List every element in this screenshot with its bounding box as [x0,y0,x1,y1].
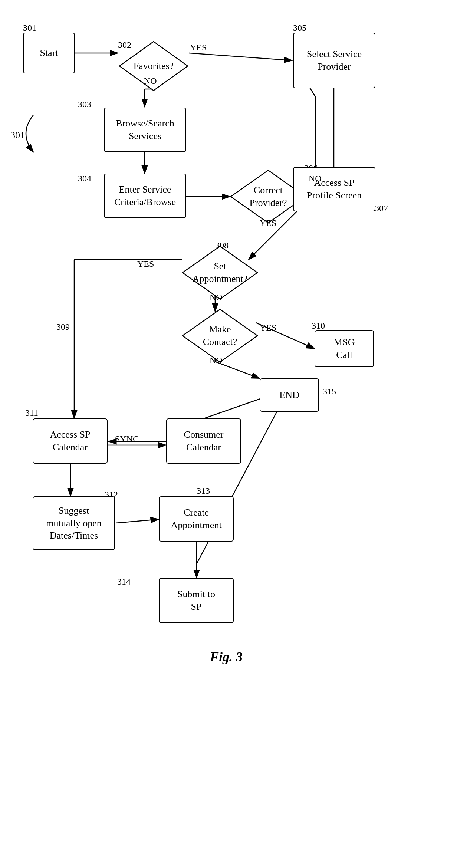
select-provider-box: Select ServiceProvider [293,33,375,88]
make-contact-no-label: NO [210,355,223,365]
figure-label: Fig. 3 [171,649,282,665]
access-sp-calendar-label: Access SPCalendar [50,428,90,454]
select-provider-label: Select ServiceProvider [307,48,362,73]
consumer-calendar-label: ConsumerCalendar [184,428,224,454]
start-box: Start [23,33,75,73]
ref-307-label: 307 [375,203,388,213]
make-contact-yes-label: YES [260,323,276,333]
enter-criteria-label: Enter ServiceCriteria/Browse [114,183,176,208]
diagram-container: 301 301 Start 302 Favorites? 303 Browse/… [0,0,460,868]
submit-sp-label: Submit toSP [177,588,215,613]
favorites-label: Favorites? [134,60,174,72]
set-appt-yes-label: YES [137,259,154,269]
set-appointment-label: SetAppointment? [193,260,248,285]
correct-no-label: NO [309,174,322,184]
correct-provider-label: CorrectProvider? [249,184,287,209]
ref-309-label: 309 [56,322,70,332]
svg-line-3 [189,53,292,60]
create-appointment-label: CreateAppointment [171,506,221,532]
browse-search-box: Browse/SearchServices [104,108,186,152]
access-sp-calendar-box: Access SPCalendar [33,418,108,464]
correct-yes-label: YES [260,218,276,228]
favorites-yes-label: YES [190,43,207,53]
submit-sp-box: Submit toSP [159,578,234,623]
end-label: END [279,389,299,401]
start-label: Start [40,47,58,59]
ref-301-label: 301 [23,23,36,33]
ref-310-label: 310 [312,321,325,331]
ref-300-arrow [15,111,37,156]
create-appointment-box: CreateAppointment [159,496,234,542]
ref-315-label: 315 [323,387,336,397]
sync-label: SYNC [115,434,139,444]
ref-303-label: 303 [78,99,91,109]
ref-305-label: 305 [293,23,306,33]
suggest-dates-label: Suggestmutually openDates/Times [46,504,101,542]
consumer-calendar-box: ConsumerCalendar [166,418,241,464]
suggest-dates-box: Suggestmutually openDates/Times [33,496,115,550]
make-contact-label: MakeContact? [203,323,237,348]
browse-search-label: Browse/SearchServices [116,117,174,142]
access-sp-profile-box: Access SPProfile Screen [293,167,375,211]
end-box: END [260,378,319,412]
enter-criteria-box: Enter ServiceCriteria/Browse [104,174,186,218]
ref-314-label: 314 [117,577,131,587]
msg-call-box: MSGCall [315,330,374,367]
svg-line-26 [116,519,159,523]
msg-call-label: MSGCall [334,336,355,361]
ref-304-label: 304 [78,174,91,184]
ref-311-label: 311 [25,408,38,418]
ref-313-label: 313 [197,486,210,496]
favorites-no-label: NO [144,76,157,86]
set-appt-no-label: NO [210,292,223,302]
